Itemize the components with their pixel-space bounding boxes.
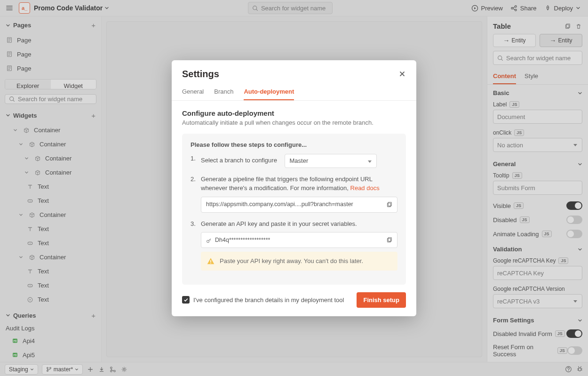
copy-api-key-button[interactable]: [386, 237, 392, 243]
finish-setup-button[interactable]: Finish setup: [357, 292, 406, 308]
steps-box: Please follow these steps to configure..…: [182, 134, 406, 285]
svg-rect-33: [388, 202, 391, 206]
modal-title: Settings: [182, 69, 219, 80]
modal-tab-branch[interactable]: Branch: [214, 83, 233, 100]
check-icon: [183, 297, 189, 303]
steps-header: Please follow these steps to configure..…: [191, 141, 397, 148]
endpoint-url-text: https://appsmith.company.com/api....pull…: [206, 200, 382, 209]
modal-close-button[interactable]: [398, 70, 406, 78]
api-key-field: Dh4q******************: [201, 232, 397, 248]
step-3: Generate an API key and paste it in your…: [191, 219, 397, 271]
svg-rect-38: [210, 263, 211, 264]
auto-deploy-heading: Configure auto-deployment: [182, 109, 406, 117]
close-icon: [398, 70, 406, 78]
step-1: Select a branch to configure Master: [191, 154, 397, 168]
settings-modal: Settings General Branch Auto-deployment …: [172, 60, 416, 316]
svg-rect-37: [210, 260, 211, 263]
copy-endpoint-button[interactable]: [386, 201, 392, 208]
configured-checkbox-row[interactable]: I've configured the branch details in my…: [182, 296, 344, 304]
copy-icon: [386, 237, 392, 243]
svg-rect-32: [388, 203, 391, 207]
warning-icon: [207, 257, 215, 265]
auto-deploy-subtext: Automatically initiate a pull when chang…: [182, 119, 406, 126]
step-2: Generate a pipeline file that triggers t…: [191, 175, 397, 213]
api-key-warning: Paste your API key right away. You can't…: [201, 252, 397, 271]
key-icon: [206, 237, 212, 243]
configured-checkbox[interactable]: [182, 296, 190, 304]
modal-tab-auto-deployment[interactable]: Auto-deployment: [244, 83, 294, 100]
copy-icon: [386, 201, 392, 208]
branch-select[interactable]: Master: [285, 154, 377, 168]
modal-tab-general[interactable]: General: [182, 83, 204, 100]
api-key-text: Dh4q******************: [215, 236, 270, 245]
configured-label: I've configured the branch details in my…: [193, 296, 344, 304]
warning-text: Paste your API key right away. You can't…: [220, 256, 363, 266]
read-docs-link[interactable]: Read docs: [350, 184, 380, 192]
endpoint-url-field: https://appsmith.company.com/api....pull…: [201, 197, 397, 213]
svg-rect-36: [388, 238, 391, 241]
modal-overlay[interactable]: Settings General Branch Auto-deployment …: [0, 0, 588, 376]
